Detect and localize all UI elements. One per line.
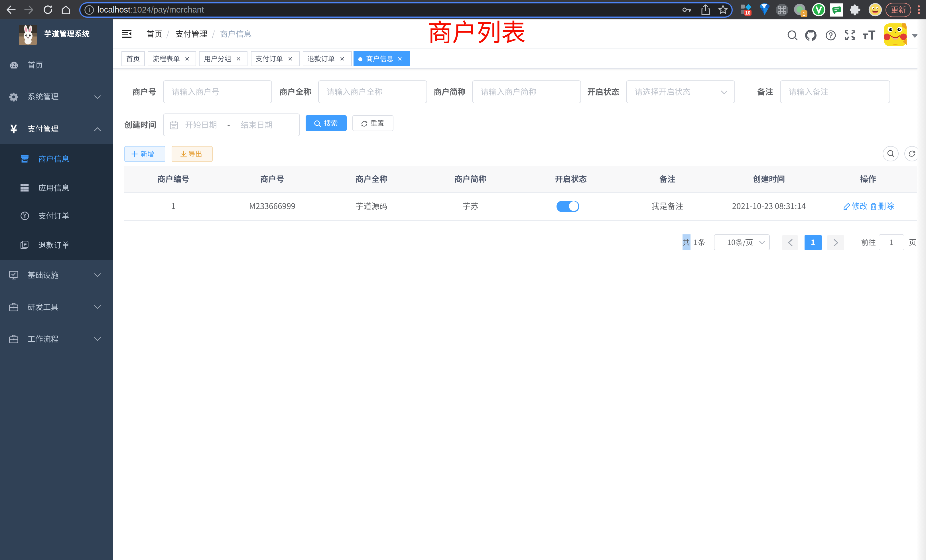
svg-text:10: 10 xyxy=(745,10,750,16)
svg-text:1: 1 xyxy=(803,11,805,17)
